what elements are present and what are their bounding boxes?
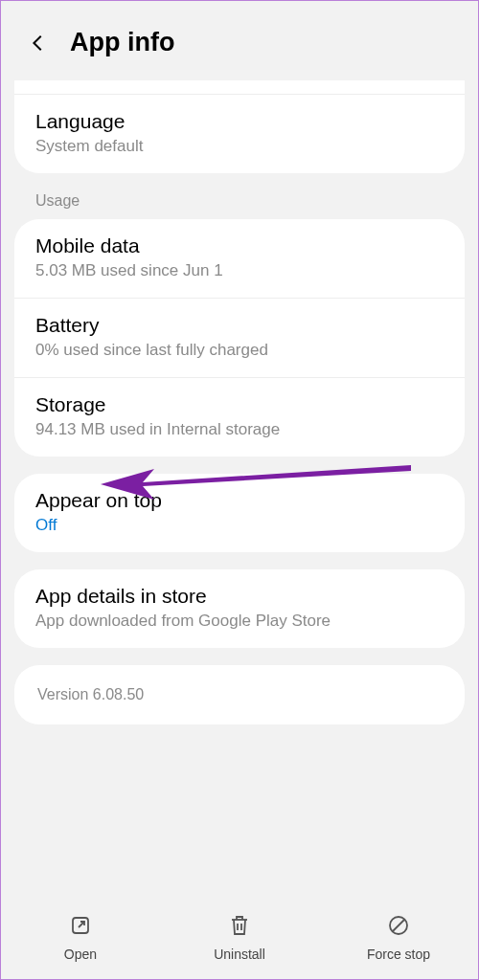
bottom-label: Open <box>64 947 97 962</box>
row-subtitle: 94.13 MB used in Internal storage <box>35 420 444 439</box>
row-title: Battery <box>35 314 444 337</box>
open-button[interactable]: Open <box>2 912 159 962</box>
version-text: Version 6.08.50 <box>37 686 442 703</box>
row-subtitle: System default <box>35 137 444 156</box>
row-value: Off <box>35 516 444 535</box>
row-title: Language <box>35 110 444 133</box>
row-appear-on-top[interactable]: Appear on top Off <box>14 474 465 552</box>
uninstall-button[interactable]: Uninstall <box>161 912 318 962</box>
row-app-details[interactable]: App details in store App downloaded from… <box>14 569 465 648</box>
row-title: App details in store <box>35 585 444 608</box>
row-title: Storage <box>35 393 444 416</box>
row-subtitle: 5.03 MB used since Jun 1 <box>35 261 444 280</box>
trash-icon <box>226 912 253 939</box>
row-title: Mobile data <box>35 234 444 257</box>
row-subtitle: App downloaded from Google Play Store <box>35 612 444 631</box>
app-details-card: App details in store App downloaded from… <box>14 569 465 648</box>
bottom-label: Uninstall <box>214 947 265 962</box>
page-title: App info <box>70 28 174 57</box>
version-card: Version 6.08.50 <box>14 665 465 724</box>
row-subtitle: 0% used since last fully charged <box>35 341 444 360</box>
appear-on-top-card: Appear on top Off <box>14 474 465 552</box>
usage-card: Mobile data 5.03 MB used since Jun 1 Bat… <box>14 219 465 457</box>
bottom-label: Force stop <box>367 947 430 962</box>
back-icon[interactable] <box>28 33 49 54</box>
forbidden-icon <box>385 912 412 939</box>
row-battery[interactable]: Battery 0% used since last fully charged <box>14 299 465 378</box>
row-language[interactable]: Language System default <box>14 95 465 173</box>
section-label-usage: Usage <box>14 173 465 219</box>
language-card: Language System default <box>14 80 465 173</box>
header: App info <box>1 1 478 80</box>
row-mobile-data[interactable]: Mobile data 5.03 MB used since Jun 1 <box>14 219 465 299</box>
open-icon <box>67 912 94 939</box>
svg-line-4 <box>393 920 404 931</box>
bottom-bar: Open Uninstall Force stop <box>1 899 478 979</box>
row-title: Appear on top <box>35 489 444 512</box>
row-storage[interactable]: Storage 94.13 MB used in Internal storag… <box>14 378 465 457</box>
force-stop-button[interactable]: Force stop <box>320 912 477 962</box>
